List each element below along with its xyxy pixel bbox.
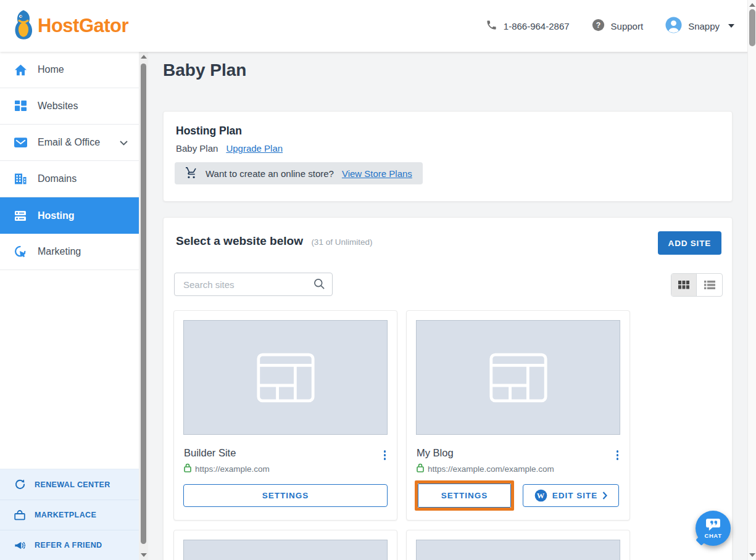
site-count-note: (31 of Unlimited) xyxy=(311,237,372,247)
svg-text:W: W xyxy=(537,492,545,500)
scroll-up-icon[interactable] xyxy=(141,55,147,59)
caret-down-icon xyxy=(728,24,734,28)
avatar xyxy=(665,17,682,35)
grid-view-button[interactable] xyxy=(671,274,697,296)
chevron-right-icon xyxy=(602,492,607,500)
sidebar-item-label: Websites xyxy=(38,101,78,112)
sidebar-item-home[interactable]: Home xyxy=(0,52,139,88)
sidebar-item-label: Hosting xyxy=(38,210,75,221)
current-plan-label: Baby Plan xyxy=(176,143,218,154)
footer-item-label: REFER A FRIEND xyxy=(35,541,102,550)
hosting-icon xyxy=(14,210,27,221)
username: Snappy xyxy=(688,21,720,31)
search-input[interactable] xyxy=(174,273,333,296)
settings-button[interactable]: SETTINGS xyxy=(183,484,388,507)
site-preview-placeholder xyxy=(183,320,388,435)
list-view-icon xyxy=(704,281,715,289)
site-url: https://example.com/example.com xyxy=(428,464,554,474)
main-content: Baby Plan Hosting Plan Baby Plan Upgrade… xyxy=(148,52,747,560)
chat-button[interactable]: CHAT xyxy=(696,511,731,546)
sidebar-item-label: Email & Office xyxy=(38,137,100,148)
add-site-button[interactable]: ADD SITE xyxy=(658,231,721,255)
site-name: My Blog xyxy=(417,447,454,459)
marketing-icon xyxy=(14,245,27,258)
store-banner: Want to create an online store? View Sto… xyxy=(175,162,423,184)
window-scrollbar[interactable] xyxy=(747,0,756,560)
megaphone-icon xyxy=(14,541,26,550)
sidebar-footer: RENEWAL CENTER MARKETPLACE REFER A FRIEN… xyxy=(0,469,139,560)
svg-text:?: ? xyxy=(596,21,600,30)
chevron-down-icon[interactable] xyxy=(120,137,128,148)
chat-bubble-icon xyxy=(705,518,721,531)
websites-icon xyxy=(14,101,27,112)
hostgator-logo[interactable]: HostGator xyxy=(12,0,128,52)
site-card-partial xyxy=(173,530,397,560)
hosting-plan-card: Hosting Plan Baby Plan Upgrade Plan Want… xyxy=(163,111,733,202)
site-card-builder-site: Builder Site https://example.com SETTING… xyxy=(173,310,397,521)
hosting-plan-title: Hosting Plan xyxy=(176,125,242,138)
user-menu[interactable]: Snappy xyxy=(665,17,734,35)
sidebar-item-domains[interactable]: Domains xyxy=(0,161,139,197)
edit-site-label: EDIT SITE xyxy=(552,491,598,500)
sidebar-item-label: Home xyxy=(38,64,64,75)
sidebar-item-websites[interactable]: Websites xyxy=(0,88,139,125)
sidebar-item-hosting[interactable]: Hosting xyxy=(0,197,139,234)
support-menu[interactable]: ? Support xyxy=(592,19,644,33)
help-icon: ? xyxy=(592,19,605,33)
select-website-title: Select a website below xyxy=(176,234,303,247)
scrollbar-thumb[interactable] xyxy=(141,64,146,544)
settings-highlight-annotation: SETTINGS xyxy=(415,480,514,511)
settings-button[interactable]: SETTINGS xyxy=(418,484,511,508)
phone-group: 1-866-964-2867 xyxy=(486,19,570,33)
scroll-down-icon[interactable] xyxy=(749,553,755,557)
scroll-down-icon[interactable] xyxy=(141,553,147,557)
sidebar-item-marketplace[interactable]: MARKETPLACE xyxy=(0,500,139,530)
list-view-button[interactable] xyxy=(697,274,722,296)
edit-site-button[interactable]: W EDIT SITE xyxy=(523,484,619,507)
brand-wordmark: HostGator xyxy=(38,15,128,37)
phone-icon xyxy=(486,19,497,33)
sidebar-item-label: Marketing xyxy=(38,246,81,257)
scrollbar-thumb[interactable] xyxy=(749,9,755,46)
sidebar-item-marketing[interactable]: Marketing xyxy=(0,234,139,270)
top-header: HostGator 1-866-964-2867 ? Support Snapp… xyxy=(0,0,756,52)
sidebar-item-email-office[interactable]: Email & Office xyxy=(0,125,139,161)
search-icon xyxy=(314,278,325,290)
cart-icon xyxy=(185,167,197,180)
websites-card: Select a website below (31 of Unlimited)… xyxy=(163,217,733,560)
sidebar-item-label: Domains xyxy=(38,173,77,184)
page-title: Baby Plan xyxy=(163,60,246,80)
lock-icon xyxy=(184,463,191,474)
email-icon xyxy=(14,138,27,147)
site-preview-placeholder xyxy=(416,540,620,560)
site-card-partial xyxy=(406,530,630,560)
chat-label: CHAT xyxy=(704,532,721,539)
marketplace-icon xyxy=(14,510,26,521)
footer-item-label: RENEWAL CENTER xyxy=(35,480,110,489)
scroll-up-icon[interactable] xyxy=(749,3,755,7)
grid-view-icon xyxy=(678,281,690,289)
kebab-menu-icon[interactable] xyxy=(383,449,388,461)
site-url: https://example.com xyxy=(195,464,270,474)
sidebar-nav: Home Websites Email & Office Domains Hos… xyxy=(0,52,139,560)
home-icon xyxy=(14,64,27,76)
upgrade-plan-link[interactable]: Upgrade Plan xyxy=(226,143,283,154)
site-preview-placeholder xyxy=(183,540,388,560)
store-prompt-text: Want to create an online store? xyxy=(206,168,334,179)
renewal-icon xyxy=(14,479,26,490)
gator-mascot-icon xyxy=(12,9,35,43)
footer-item-label: MARKETPLACE xyxy=(35,511,96,519)
sidebar-item-refer-a-friend[interactable]: REFER A FRIEND xyxy=(0,530,139,560)
phone-number: 1-866-964-2867 xyxy=(504,21,570,31)
site-preview-placeholder xyxy=(416,320,620,435)
sidebar-item-renewal-center[interactable]: RENEWAL CENTER xyxy=(0,469,139,500)
view-store-plans-link[interactable]: View Store Plans xyxy=(342,168,412,179)
wordpress-icon: W xyxy=(534,489,547,502)
site-name: Builder Site xyxy=(184,447,236,459)
domains-icon xyxy=(14,173,27,184)
kebab-menu-icon[interactable] xyxy=(615,449,620,461)
content-scrollbar[interactable] xyxy=(139,52,148,560)
lock-icon xyxy=(417,463,424,474)
site-card-my-blog: My Blog https://example.com/example.com … xyxy=(406,310,630,521)
view-toggle xyxy=(671,273,723,297)
